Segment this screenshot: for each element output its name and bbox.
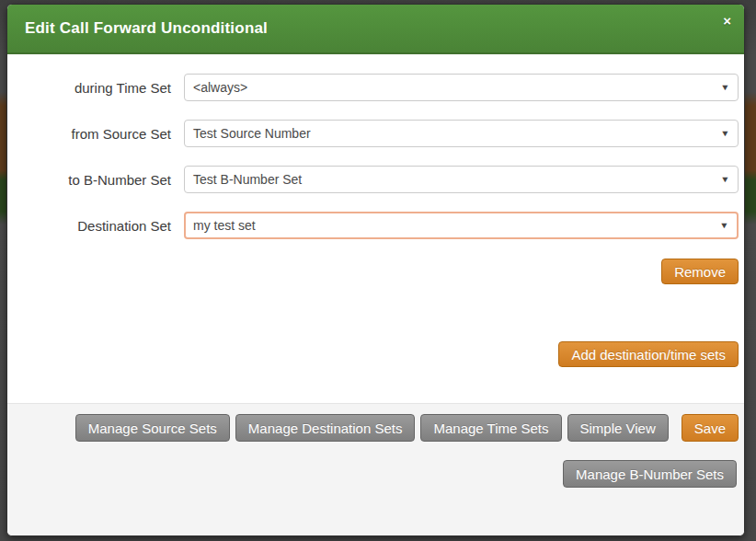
modal-title: Edit Call Forward Unconditional [25,19,268,38]
form-row-destination-set: Destination Set my test set ▼ [7,212,739,239]
source-set-select[interactable]: Test Source Number ▼ [184,120,739,147]
footer-button-row-2: Manage B-Number Sets [7,460,739,488]
form-row-source-set: from Source Set Test Source Number ▼ [7,120,739,147]
source-set-value: Test Source Number [193,126,311,141]
destination-set-value: my test set [193,218,256,233]
time-set-value: <always> [193,80,247,95]
source-set-label: from Source Set [7,126,184,142]
manage-bnumber-sets-button[interactable]: Manage B-Number Sets [563,460,737,488]
manage-source-sets-button[interactable]: Manage Source Sets [75,414,230,442]
form-row-bnumber-set: to B-Number Set Test B-Number Set ▼ [7,166,739,193]
time-set-select[interactable]: <always> ▼ [184,74,739,101]
close-icon[interactable]: × [723,14,731,28]
destination-set-label: Destination Set [7,218,184,234]
manage-time-sets-button[interactable]: Manage Time Sets [420,414,561,442]
remove-row: Remove [7,259,739,284]
chevron-down-icon: ▼ [720,175,729,184]
edit-call-forward-modal: Edit Call Forward Unconditional × during… [6,4,745,536]
save-button[interactable]: Save [682,414,739,442]
simple-view-button[interactable]: Simple View [567,414,669,442]
chevron-down-icon: ▼ [719,221,728,230]
chevron-down-icon: ▼ [720,129,729,138]
form-row-time-set: during Time Set <always> ▼ [7,74,739,101]
manage-destination-sets-button[interactable]: Manage Destination Sets [235,414,416,442]
modal-footer: Manage Source Sets Manage Destination Se… [7,403,744,535]
modal-header: Edit Call Forward Unconditional × [7,5,744,54]
add-destination-time-sets-button[interactable]: Add destination/time sets [558,341,739,367]
bnumber-set-value: Test B-Number Set [193,172,302,187]
bnumber-set-label: to B-Number Set [7,172,184,188]
bnumber-set-select[interactable]: Test B-Number Set ▼ [184,166,739,193]
footer-button-row: Manage Source Sets Manage Destination Se… [7,414,739,442]
chevron-down-icon: ▼ [720,83,729,92]
remove-button[interactable]: Remove [661,259,739,284]
add-row: Add destination/time sets [7,341,739,367]
time-set-label: during Time Set [7,80,184,96]
modal-body: during Time Set <always> ▼ from Source S… [7,54,744,367]
destination-set-select[interactable]: my test set ▼ [184,212,739,239]
